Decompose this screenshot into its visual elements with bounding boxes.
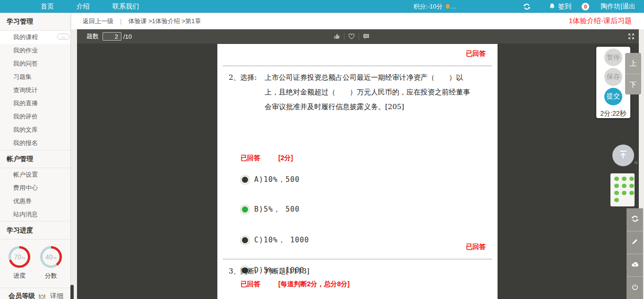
refresh-icon[interactable] xyxy=(523,3,531,10)
back-link[interactable]: 返回上一级 xyxy=(83,17,113,26)
progress-label: 进度 xyxy=(13,272,26,280)
question-number-input[interactable] xyxy=(103,32,121,41)
question-nav-dot[interactable] xyxy=(614,198,619,202)
bell-icon xyxy=(549,3,556,10)
sidebar-item-account-settings[interactable]: 帐户设置 xyxy=(0,168,70,181)
power-icon xyxy=(631,283,639,293)
sidebar-item-site-messages[interactable]: 站内消息 xyxy=(0,208,70,221)
power-button[interactable] xyxy=(627,276,643,299)
question-nav-dot[interactable] xyxy=(629,184,634,188)
question-nav-dot[interactable] xyxy=(614,191,619,195)
sidebar-section-account: 帐户管理 xyxy=(0,150,70,168)
collapse-chevron-icon[interactable]: « xyxy=(634,158,638,166)
edit-button[interactable] xyxy=(627,231,643,254)
q3-score-label: [每道判断2分，总分8分] xyxy=(278,280,350,289)
question-nav-dot[interactable] xyxy=(629,191,634,195)
more-icon[interactable]: ... xyxy=(57,34,69,40)
question-divider xyxy=(223,259,492,259)
sidebar-item-query-stats[interactable]: 查询统计 xyxy=(0,84,70,97)
radio-option-c[interactable] xyxy=(240,236,249,245)
nav-home[interactable]: 首页 xyxy=(29,0,65,13)
fullscreen-icon[interactable] xyxy=(627,33,635,40)
user-logout-link[interactable]: 陶作坊|退出 xyxy=(601,2,635,11)
points-icon xyxy=(446,4,449,9)
crown-icon xyxy=(39,292,45,299)
prev-question-button[interactable]: 上 xyxy=(625,53,641,74)
q1-status-badge: 已回答 xyxy=(466,50,486,58)
pause-button[interactable]: 暂停 xyxy=(604,49,622,66)
sidebar-item-my-library[interactable]: 我的文库 xyxy=(0,123,70,137)
comment-icon[interactable] xyxy=(362,33,370,40)
progress-ring-score: 40 % 分数 xyxy=(37,246,65,280)
score-value: 40 xyxy=(45,253,53,261)
notification-badge[interactable]: 0 xyxy=(582,3,589,10)
q2-footer-status-badge: 已回答 xyxy=(466,243,486,251)
sidebar-item-my-qa[interactable]: 我的问答 xyxy=(0,57,70,70)
sidebar-scrollbar[interactable] xyxy=(70,285,74,299)
heart-icon[interactable] xyxy=(348,33,355,40)
quiz-player: 题数 /10 已回答 xyxy=(77,29,639,299)
sidebar: 学习管理 我的课程 ... 我的作业 我的问答 习题集 查询统计 我的直播 我的… xyxy=(0,13,71,299)
sidebar-item-my-courses[interactable]: 我的课程 ... xyxy=(0,31,70,44)
radio-option-a[interactable] xyxy=(240,175,249,184)
breadcrumb[interactable]: 体验课 >1体验介绍 >第1章 xyxy=(128,17,201,26)
nav-contact[interactable]: 联系我们 xyxy=(101,0,150,13)
question-nav-dot[interactable] xyxy=(622,191,627,195)
percent-sign: % xyxy=(22,256,25,260)
question-nav-dot[interactable] xyxy=(622,184,627,188)
sidebar-item-exercise-sets[interactable]: 习题集 xyxy=(0,70,70,84)
download-button[interactable] xyxy=(627,254,643,276)
sidebar-item-label: 我的课程 xyxy=(13,34,38,41)
sidebar-item-my-registration[interactable]: 我的报名 xyxy=(0,137,70,150)
q3-status-badge: 已回答 xyxy=(240,280,260,289)
radio-option-b-selected[interactable] xyxy=(240,205,249,214)
question-nav-panel xyxy=(610,173,635,206)
option-b[interactable]: B)5%， 500 xyxy=(240,205,300,214)
sidebar-item-fee-center[interactable]: 费用中心 xyxy=(0,181,70,195)
question-nav-dot[interactable] xyxy=(629,177,634,181)
progress-value: 70 xyxy=(14,253,21,261)
question-total: /10 xyxy=(123,33,132,40)
question-nav-dot[interactable] xyxy=(614,177,619,181)
sign-in-button[interactable]: 签到 xyxy=(549,2,571,11)
question-panel: 已回答 2、选择: 上市公司证券投资总额占公司最近一期经审计净资产（ ）以上，且… xyxy=(217,44,498,299)
sidebar-item-my-homework[interactable]: 我的作业 xyxy=(0,44,70,57)
sidebar-section-learning: 学习管理 xyxy=(0,13,70,31)
save-button[interactable]: 保存 xyxy=(604,68,622,85)
option-c[interactable]: C)10%， 1000 xyxy=(240,236,309,245)
divider xyxy=(359,33,359,40)
divider xyxy=(344,33,344,40)
sidebar-section-progress: 学习进度 xyxy=(0,221,70,239)
submit-button[interactable]: 提交 xyxy=(604,88,622,105)
option-a[interactable]: A)10%，500 xyxy=(240,175,300,184)
question-nav-dot[interactable] xyxy=(614,184,619,188)
question-divider xyxy=(223,66,492,66)
thumbs-up-icon[interactable] xyxy=(333,33,341,40)
sidebar-item-my-reviews[interactable]: 我的评价 xyxy=(0,110,70,123)
sign-in-label: 签到 xyxy=(558,2,571,11)
back-to-top-button[interactable] xyxy=(612,145,634,166)
timer: 2分:22秒 xyxy=(600,110,626,118)
sidebar-item-coupons[interactable]: 优惠券 xyxy=(0,195,70,208)
option-b-label[interactable]: B)5%， 500 xyxy=(254,205,300,214)
edit-icon xyxy=(631,238,638,247)
question-2: 2、选择: 上市公司证券投资总额占公司最近一期经审计净资产（ ）以上，且绝对金额… xyxy=(229,70,472,114)
points-more-menu[interactable]: ... xyxy=(451,3,457,10)
member-detail-link[interactable]: 详细 xyxy=(50,292,63,299)
next-question-button[interactable]: 下 xyxy=(625,74,641,94)
points-label: 积分:-10分 xyxy=(413,2,442,11)
option-a-label[interactable]: A)10%，500 xyxy=(254,175,300,184)
nav-intro[interactable]: 介绍 xyxy=(65,0,101,13)
question-3-text: 判断题[1113] xyxy=(265,264,472,279)
member-level-label: 会员等级 xyxy=(9,292,35,299)
question-nav-dot[interactable] xyxy=(622,177,627,181)
refresh-button[interactable] xyxy=(627,208,643,231)
q2-score-label: [2分] xyxy=(278,154,293,162)
right-tool-stack xyxy=(627,208,643,299)
option-c-label[interactable]: C)10%， 1000 xyxy=(254,236,309,245)
question-pager: 上 下 xyxy=(625,53,641,94)
sidebar-item-my-live[interactable]: 我的直播 xyxy=(0,97,70,110)
breadcrumb-separator: | xyxy=(120,17,121,25)
top-nav-bar: 首页 介绍 联系我们 积分:-10分 ... 签到 0 陶作坊|退出 xyxy=(0,0,644,13)
q2-status-badge: 已回答 xyxy=(240,154,260,162)
